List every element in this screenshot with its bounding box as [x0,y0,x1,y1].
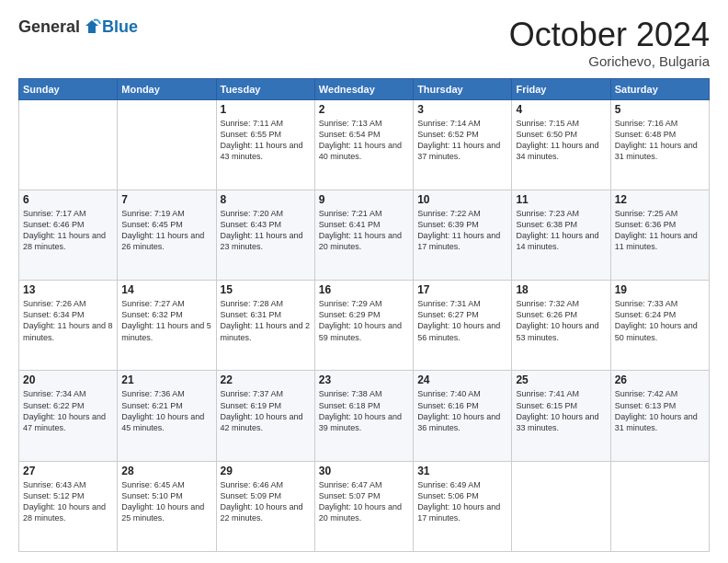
table-row: 19 Sunrise: 7:33 AMSunset: 6:24 PMDaylig… [610,281,709,371]
table-row [19,99,118,190]
logo-blue-text: Blue [102,17,138,37]
cell-text: Sunrise: 7:32 AMSunset: 6:26 PMDaylight:… [516,299,598,341]
calendar-week-row: 20 Sunrise: 7:34 AMSunset: 6:22 PMDaylig… [19,371,710,461]
table-row: 20 Sunrise: 7:34 AMSunset: 6:22 PMDaylig… [19,371,118,461]
cell-text: Sunrise: 7:40 AMSunset: 6:16 PMDaylight:… [417,389,500,431]
cell-text: Sunrise: 6:47 AMSunset: 5:07 PMDaylight:… [319,480,402,523]
day-number: 29 [221,465,311,477]
cell-text: Sunrise: 7:25 AMSunset: 6:36 PMDaylight:… [615,209,698,251]
day-number: 17 [417,283,507,296]
table-row: 30 Sunrise: 6:47 AMSunset: 5:07 PMDaylig… [314,461,413,551]
title-block: October 2024 Gorichevo, Bulgaria [509,17,710,69]
header-sunday: Sunday [19,78,118,99]
logo-icon [82,17,102,37]
table-row: 5 Sunrise: 7:16 AMSunset: 6:48 PMDayligh… [610,99,709,190]
day-number: 16 [319,283,409,296]
day-number: 15 [221,283,311,296]
cell-text: Sunrise: 7:22 AMSunset: 6:39 PMDaylight:… [417,209,500,251]
day-number: 13 [23,283,113,296]
table-row: 9 Sunrise: 7:21 AMSunset: 6:41 PMDayligh… [314,190,413,280]
day-number: 2 [319,103,409,116]
day-number: 7 [121,193,211,206]
cell-text: Sunrise: 7:27 AMSunset: 6:32 PMDaylight:… [121,299,211,341]
day-number: 31 [417,465,507,477]
day-number: 22 [221,373,311,386]
day-number: 9 [319,193,409,206]
table-row: 22 Sunrise: 7:37 AMSunset: 6:19 PMDaylig… [216,371,314,461]
day-number: 19 [615,283,705,296]
header-friday: Friday [512,78,610,99]
cell-text: Sunrise: 7:37 AMSunset: 6:19 PMDaylight:… [221,389,303,431]
table-row [512,461,610,551]
day-number: 4 [516,103,606,116]
calendar-table: Sunday Monday Tuesday Wednesday Thursday… [18,78,710,552]
calendar-week-row: 1 Sunrise: 7:11 AMSunset: 6:55 PMDayligh… [19,99,710,190]
calendar-header-row: Sunday Monday Tuesday Wednesday Thursday… [19,78,710,99]
cell-text: Sunrise: 7:29 AMSunset: 6:29 PMDaylight:… [319,299,402,341]
month-title: October 2024 [509,17,710,53]
table-row: 21 Sunrise: 7:36 AMSunset: 6:21 PMDaylig… [118,371,216,461]
table-row: 27 Sunrise: 6:43 AMSunset: 5:12 PMDaylig… [19,461,118,551]
cell-text: Sunrise: 7:16 AMSunset: 6:48 PMDaylight:… [615,119,698,161]
table-row: 4 Sunrise: 7:15 AMSunset: 6:50 PMDayligh… [512,99,610,190]
cell-text: Sunrise: 7:28 AMSunset: 6:31 PMDaylight:… [221,299,311,341]
day-number: 12 [615,193,705,206]
calendar-week-row: 13 Sunrise: 7:26 AMSunset: 6:34 PMDaylig… [19,281,710,371]
cell-text: Sunrise: 7:42 AMSunset: 6:13 PMDaylight:… [615,389,698,431]
cell-text: Sunrise: 7:13 AMSunset: 6:54 PMDaylight:… [319,119,402,161]
cell-text: Sunrise: 7:11 AMSunset: 6:55 PMDaylight:… [221,119,303,161]
day-number: 28 [121,465,211,477]
table-row: 2 Sunrise: 7:13 AMSunset: 6:54 PMDayligh… [314,99,413,190]
page: General Blue October 2024 Gorichevo, Bul… [0,0,728,563]
day-number: 6 [23,193,113,206]
table-row: 18 Sunrise: 7:32 AMSunset: 6:26 PMDaylig… [512,281,610,371]
table-row: 23 Sunrise: 7:38 AMSunset: 6:18 PMDaylig… [314,371,413,461]
day-number: 11 [516,193,606,206]
day-number: 8 [221,193,311,206]
table-row: 14 Sunrise: 7:27 AMSunset: 6:32 PMDaylig… [118,281,216,371]
cell-text: Sunrise: 7:36 AMSunset: 6:21 PMDaylight:… [121,389,204,431]
cell-text: Sunrise: 7:14 AMSunset: 6:52 PMDaylight:… [417,119,500,161]
day-number: 26 [615,373,705,386]
table-row: 26 Sunrise: 7:42 AMSunset: 6:13 PMDaylig… [610,371,709,461]
cell-text: Sunrise: 6:49 AMSunset: 5:06 PMDaylight:… [417,480,500,523]
header-saturday: Saturday [610,78,709,99]
day-number: 27 [23,465,113,477]
cell-text: Sunrise: 7:26 AMSunset: 6:34 PMDaylight:… [23,299,113,341]
table-row: 8 Sunrise: 7:20 AMSunset: 6:43 PMDayligh… [216,190,314,280]
cell-text: Sunrise: 6:46 AMSunset: 5:09 PMDaylight:… [221,480,303,523]
logo: General Blue [18,17,138,37]
calendar-week-row: 27 Sunrise: 6:43 AMSunset: 5:12 PMDaylig… [19,461,710,551]
cell-text: Sunrise: 7:41 AMSunset: 6:15 PMDaylight:… [516,389,598,431]
logo-general-text: General [18,17,80,37]
header-wednesday: Wednesday [314,78,413,99]
table-row: 3 Sunrise: 7:14 AMSunset: 6:52 PMDayligh… [414,99,512,190]
header-thursday: Thursday [414,78,512,99]
cell-text: Sunrise: 7:23 AMSunset: 6:38 PMDaylight:… [516,209,598,251]
day-number: 21 [121,373,211,386]
table-row: 15 Sunrise: 7:28 AMSunset: 6:31 PMDaylig… [216,281,314,371]
cell-text: Sunrise: 7:31 AMSunset: 6:27 PMDaylight:… [417,299,500,341]
table-row: 25 Sunrise: 7:41 AMSunset: 6:15 PMDaylig… [512,371,610,461]
day-number: 18 [516,283,606,296]
table-row: 29 Sunrise: 6:46 AMSunset: 5:09 PMDaylig… [216,461,314,551]
day-number: 3 [417,103,507,116]
day-number: 30 [319,465,409,477]
table-row: 10 Sunrise: 7:22 AMSunset: 6:39 PMDaylig… [414,190,512,280]
cell-text: Sunrise: 7:33 AMSunset: 6:24 PMDaylight:… [615,299,698,341]
day-number: 10 [417,193,507,206]
day-number: 24 [417,373,507,386]
cell-text: Sunrise: 7:21 AMSunset: 6:41 PMDaylight:… [319,209,402,251]
calendar-week-row: 6 Sunrise: 7:17 AMSunset: 6:46 PMDayligh… [19,190,710,280]
table-row [610,461,709,551]
day-number: 20 [23,373,113,386]
table-row: 16 Sunrise: 7:29 AMSunset: 6:29 PMDaylig… [314,281,413,371]
day-number: 25 [516,373,606,386]
table-row: 31 Sunrise: 6:49 AMSunset: 5:06 PMDaylig… [414,461,512,551]
cell-text: Sunrise: 7:34 AMSunset: 6:22 PMDaylight:… [23,389,106,431]
cell-text: Sunrise: 7:17 AMSunset: 6:46 PMDaylight:… [23,209,106,251]
table-row: 28 Sunrise: 6:45 AMSunset: 5:10 PMDaylig… [118,461,216,551]
location-subtitle: Gorichevo, Bulgaria [509,53,710,69]
table-row: 11 Sunrise: 7:23 AMSunset: 6:38 PMDaylig… [512,190,610,280]
cell-text: Sunrise: 7:19 AMSunset: 6:45 PMDaylight:… [121,209,204,251]
